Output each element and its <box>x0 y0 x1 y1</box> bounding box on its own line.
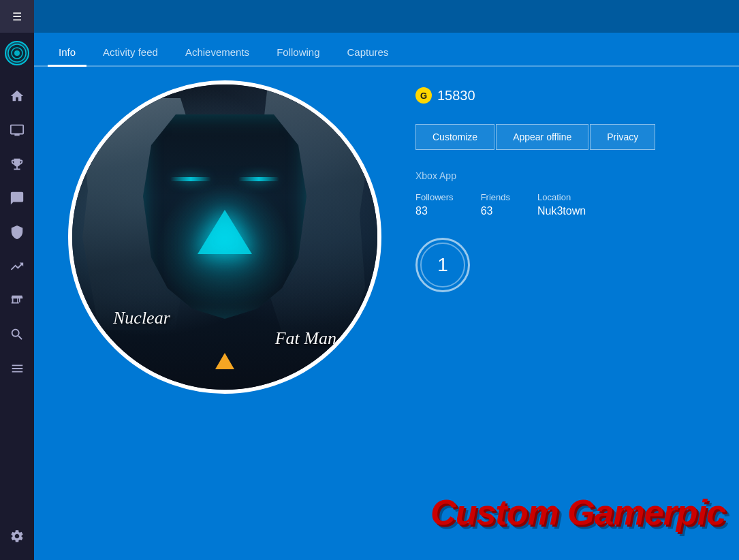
sidebar-item-trending[interactable] <box>0 251 34 282</box>
eye-line-left <box>170 177 211 181</box>
action-buttons: Customize Appear offline Privacy <box>415 124 725 150</box>
custom-gamerpic-label: Custom Gamerpic <box>430 492 725 533</box>
sidebar-item-tv[interactable] <box>0 114 34 146</box>
menu-button[interactable]: ☰ <box>0 0 34 33</box>
trending-icon <box>10 259 25 274</box>
stat-friends: Friends 63 <box>481 192 510 217</box>
trophy-icon <box>10 157 25 172</box>
tab-following[interactable]: Following <box>266 41 330 67</box>
settings-icon <box>10 529 25 544</box>
home-icon <box>10 89 25 104</box>
main-content: Info Activity feed Achievements Followin… <box>34 0 739 560</box>
avatar-image <box>5 41 29 65</box>
followers-label: Followers <box>415 192 454 202</box>
tab-achievements[interactable]: Achievements <box>174 41 260 67</box>
sidebar-item-store[interactable] <box>0 285 34 316</box>
menu-icon: ☰ <box>12 10 22 23</box>
svg-point-2 <box>14 50 20 56</box>
profile-name-nuclear: Nuclear <box>113 308 170 328</box>
topbar <box>34 0 739 33</box>
location-label: Location <box>537 192 586 202</box>
profile-name-fatman: Fat Man <box>275 328 336 349</box>
privacy-button[interactable]: Privacy <box>590 124 655 150</box>
store-icon <box>10 293 25 308</box>
gamerscore-value: 15830 <box>437 88 475 104</box>
avatar[interactable] <box>0 33 34 74</box>
info-panel: G 15830 Customize Appear offline Privacy… <box>415 80 725 292</box>
tab-navigation: Info Activity feed Achievements Followin… <box>34 33 739 67</box>
shield-icon <box>10 225 25 240</box>
sidebar-nav <box>0 74 34 519</box>
gamerscore-icon: G <box>415 87 432 104</box>
friends-label: Friends <box>481 192 510 202</box>
sidebar-item-search[interactable] <box>0 319 34 350</box>
appear-offline-button[interactable]: Appear offline <box>496 124 588 150</box>
chat-icon <box>10 191 25 206</box>
level-number: 1 <box>437 254 448 276</box>
tab-activity-feed[interactable]: Activity feed <box>92 41 169 67</box>
sidebar: ☰ <box>0 0 34 560</box>
friends-count: 63 <box>481 205 510 217</box>
customize-button[interactable]: Customize <box>415 124 494 150</box>
stats-row: Followers 83 Friends 63 Location Nuk3tow… <box>415 192 725 217</box>
profile-picture-area: Nuclear Fat Man <box>68 80 395 421</box>
tab-info[interactable]: Info <box>48 41 87 67</box>
triangle-badge <box>215 353 234 369</box>
location-value: Nuk3town <box>537 205 586 217</box>
profile-name-container: Nuclear Fat Man <box>72 308 377 349</box>
followers-count: 83 <box>415 205 454 217</box>
level-badge: 1 <box>415 238 470 292</box>
avatar-icon <box>7 44 27 63</box>
gamerscore-row: G 15830 <box>415 87 725 104</box>
content-area: Nuclear Fat Man G 15830 Customize Appear… <box>34 67 739 560</box>
sidebar-item-queue[interactable] <box>0 353 34 384</box>
sidebar-item-social[interactable] <box>0 183 34 214</box>
stat-location: Location Nuk3town <box>537 192 586 217</box>
triangle-glow <box>198 210 252 254</box>
tv-icon <box>10 123 25 138</box>
search-icon <box>10 327 25 342</box>
profile-circle: Nuclear Fat Man <box>68 80 381 394</box>
sidebar-item-achievements[interactable] <box>0 149 34 180</box>
sidebar-item-home[interactable] <box>0 80 34 112</box>
tab-captures[interactable]: Captures <box>336 41 400 67</box>
xbox-app-label: Xbox App <box>415 170 725 181</box>
eye-glow <box>163 169 286 189</box>
stat-followers: Followers 83 <box>415 192 454 217</box>
chest-emblem <box>184 210 266 264</box>
queue-icon <box>10 361 25 376</box>
eye-line-right <box>238 177 279 181</box>
sidebar-item-clubs[interactable] <box>0 217 34 248</box>
settings-button[interactable] <box>0 519 34 553</box>
